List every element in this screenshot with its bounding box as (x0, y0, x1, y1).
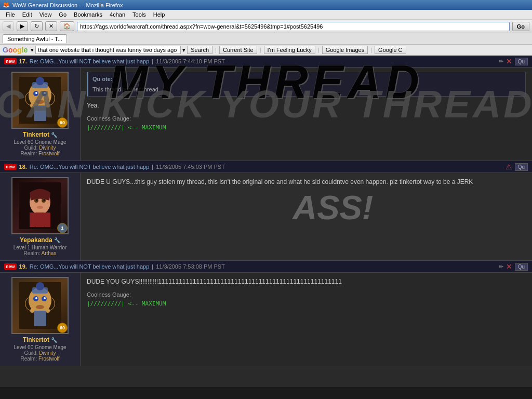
google-sep-3: | (318, 47, 320, 53)
svg-point-16 (36, 200, 38, 201)
stop-button[interactable]: ✕ (45, 21, 57, 31)
post-19-realm: Realm: Frostwolf (20, 356, 59, 362)
menu-4chan[interactable]: 4chan (107, 11, 128, 18)
refresh-button[interactable]: ↻ (31, 21, 43, 31)
post-17-username[interactable]: Tinkertot 🔧 (23, 131, 57, 138)
post-17-number: 17. (19, 58, 27, 64)
menu-bookmarks[interactable]: Bookmarks (71, 11, 105, 18)
post-wrapper-19: new 19. Re: OMG...You will NOT believe w… (0, 261, 532, 366)
menu-edit[interactable]: Edit (19, 11, 35, 18)
post-18-level-badge: 1 (57, 223, 68, 233)
home-button[interactable]: 🏠 (60, 21, 74, 31)
browser-tab[interactable]: Something Awful - T... (3, 34, 67, 43)
svg-point-25 (44, 297, 46, 299)
post-18-header-right: ⚠ Qu (506, 163, 528, 171)
post-17-body: 60 Tinkertot 🔧 Level 60 Gnome Mage Guild… (0, 68, 532, 161)
post-19-title: Re: OMG...You will NOT believe what just… (30, 263, 150, 270)
svg-rect-19 (35, 212, 45, 227)
post-17-header-left: new 17. Re: OMG...You will NOT believe w… (4, 58, 225, 64)
menu-help[interactable]: Help (150, 11, 168, 18)
post-17-content: Qu ote: This thread > other thread Yea. … (81, 68, 532, 161)
google-input-dropdown[interactable]: ▾ (182, 47, 185, 54)
post-17-new-badge: new (4, 58, 17, 64)
post-19-guild: Guild: Divinity (24, 350, 56, 356)
forum-container: MY THREAD I CAN KICK YOUR THREADS ASS! n… (0, 56, 532, 387)
post-17-edit-icon[interactable]: ✏ (499, 58, 503, 65)
menu-bar: File Edit View Go Bookmarks 4chan Tools … (0, 10, 532, 20)
post-19-sidebar: 60 Tinkertot 🔧 Level 60 Gnome Mage Guild… (0, 273, 81, 366)
post-19-sep: | (152, 263, 153, 270)
post-18: new 18. Re: OMG...You will NOT believe w… (0, 161, 532, 261)
post-wrapper-17: new 17. Re: OMG...You will NOT believe w… (0, 56, 532, 161)
tab-label: Something Awful - T... (7, 36, 62, 42)
address-bar-container: 🔒 (77, 22, 510, 31)
svg-point-17 (44, 200, 45, 201)
google-sep-1: | (215, 47, 217, 53)
post-17-sidebar: 60 Tinkertot 🔧 Level 60 Gnome Mage Guild… (0, 68, 81, 161)
post-18-date: 11/3/2005 7:45:03 PM PST (156, 164, 225, 170)
post-17-level-badge: 60 (57, 117, 68, 128)
post-19-edit-icon[interactable]: ✏ (499, 263, 503, 270)
title-bar: 🦊 WoW General Discussion - - Mozilla Fir… (0, 0, 532, 10)
post-19-number: 19. (19, 263, 27, 270)
go-button[interactable]: Go (512, 22, 529, 31)
quote-label: Qu ote: (92, 75, 521, 84)
post-18-sep: | (152, 164, 153, 170)
post-18-realm: Realm: Arthas (24, 250, 57, 256)
menu-go[interactable]: Go (56, 11, 70, 18)
post-17-header: new 17. Re: OMG...You will NOT believe w… (0, 56, 532, 68)
post-18-avatar-container: 1 (11, 177, 69, 234)
post-19: new 19. Re: OMG...You will NOT believe w… (0, 261, 532, 366)
post-18-quote-button[interactable]: Qu (515, 163, 528, 171)
svg-point-10 (30, 103, 34, 108)
post-19-avatar-container: 60 (11, 277, 69, 334)
post-17-text: Yea. (87, 101, 526, 110)
google-images-button[interactable]: Google Images (322, 46, 368, 54)
post-19-delete-icon[interactable]: ✕ (506, 262, 512, 271)
back-button[interactable]: ◀ (3, 21, 14, 31)
post-17-title: Re: OMG...You will NOT believe what just… (30, 58, 150, 64)
post-18-header-left: new 18. Re: OMG...You will NOT believe w… (4, 164, 225, 170)
post-17-header-right: ✏ ✕ Qu (499, 57, 528, 65)
post-19-coolness: Coolness Gauge: |/////////| <-- MAXIMUM (87, 290, 526, 308)
post-18-username[interactable]: Yepakanda 🔧 (20, 236, 60, 244)
search-button[interactable]: Search (187, 46, 212, 54)
post-19-level-badge: 60 (57, 323, 68, 333)
svg-point-31 (46, 309, 50, 313)
post-18-title: Re: OMG...You will NOT believe what just… (30, 164, 150, 170)
post-17-guild: Guild: Divinity (24, 145, 56, 151)
svg-rect-29 (34, 311, 46, 326)
post-19-gauge-bar: |/////////| <-- MAXIMUM (87, 300, 166, 307)
svg-point-6 (36, 100, 44, 104)
forward-button[interactable]: ▶ (17, 21, 28, 31)
current-site-button[interactable]: Current Site (219, 46, 257, 54)
menu-view[interactable]: View (36, 11, 55, 18)
post-17-coolness: Coolness Gauge: |/////////| <-- MAXIMUM (87, 114, 526, 132)
svg-point-30 (30, 309, 34, 313)
post-17: new 17. Re: OMG...You will NOT believe w… (0, 56, 532, 161)
google-c-button[interactable]: Google C (375, 46, 406, 54)
google-logo: Google (3, 46, 28, 54)
svg-point-18 (37, 206, 43, 209)
nav-bar: ◀ ▶ ↻ ✕ 🏠 🔒 Go (0, 20, 532, 33)
post-17-realm: Realm: Frostwolf (20, 151, 59, 156)
post-19-quote-button[interactable]: Qu (515, 263, 528, 271)
menu-file[interactable]: File (3, 11, 18, 18)
post-19-username[interactable]: Tinkertot 🔧 (23, 336, 57, 343)
address-input[interactable] (80, 23, 507, 30)
post-wrapper-18: new 18. Re: OMG...You will NOT believe w… (0, 161, 532, 260)
feeling-lucky-button[interactable]: I'm Feeling Lucky (264, 46, 315, 54)
post-19-content: DUDE YOU GUYS!!!!!!!!!!!1111111111111111… (81, 273, 532, 366)
menu-tools[interactable]: Tools (129, 11, 149, 18)
svg-point-28 (36, 282, 44, 290)
post-18-content: DUDE U GUYS...this guy stolen my thread,… (81, 173, 532, 260)
google-dropdown[interactable]: ▾ (31, 47, 34, 54)
tabs-bar: Something Awful - T... (0, 33, 532, 45)
window-title: WoW General Discussion - - Mozilla Firef… (12, 2, 123, 8)
post-18-new-badge: new (4, 164, 17, 170)
post-17-delete-icon[interactable]: ✕ (506, 57, 512, 65)
post-18-text: DUDE U GUYS...this guy stolen my thread,… (87, 177, 526, 187)
post-17-quote-button[interactable]: Qu (515, 58, 528, 65)
svg-point-5 (44, 92, 46, 94)
google-search-input[interactable] (35, 46, 181, 54)
